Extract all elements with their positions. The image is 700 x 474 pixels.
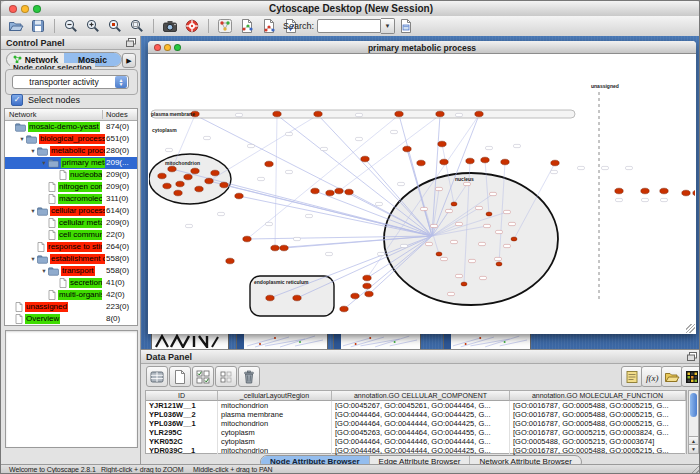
tree-row-establishment-of-lo[interactable]: ▼establishment of lo558(0)	[5, 253, 137, 265]
table-button[interactable]	[146, 366, 168, 387]
scroll-down-icon[interactable]: ▼	[689, 444, 698, 453]
tree-row-biological-process[interactable]: ▼biological_process651(0)	[5, 133, 137, 145]
tree-row-cellular-process[interactable]: ▼cellular process614(0)	[5, 205, 137, 217]
region-label: plasma membrane	[151, 111, 195, 117]
import-table-icon[interactable]	[260, 17, 278, 35]
toolbar-icon-group	[5, 16, 302, 36]
minimized-window-3[interactable]	[333, 333, 421, 349]
table-column-header[interactable]: annotation.GO MOLECULAR_FUNCTION	[510, 391, 686, 401]
network-window-title-bar[interactable]: primary metabolic process	[148, 41, 696, 54]
table-row[interactable]: YJR121W__1mitochondrion[GO:0045267, GO:0…	[146, 401, 686, 410]
heatmap-button[interactable]	[681, 366, 700, 387]
float-panel-icon[interactable]	[126, 38, 136, 47]
tab-overflow-button[interactable]: ▶	[122, 53, 136, 68]
table-column-header[interactable]: annotation.GO CELLULAR_COMPONENT	[332, 391, 510, 401]
status-bar: Welcome to Cytoscape 2.8.1 Right-click +…	[1, 464, 700, 474]
table-scrollbar[interactable]: ▲ ▼	[688, 390, 699, 454]
network-tree-header: Network Nodes	[5, 109, 137, 121]
table-cell: YDR039C__1	[146, 446, 218, 455]
region-label: cytoplasm	[152, 127, 177, 133]
table-cell: mitochondrion	[218, 419, 332, 428]
tree-expander-icon[interactable]: ▼	[29, 256, 37, 262]
function-button[interactable]: f(x)	[641, 366, 663, 387]
tree-row-node-count: 8(0)	[106, 314, 120, 323]
tree-row-label: nucleobase-	[69, 170, 102, 180]
tree-row-label: primary metabo	[61, 158, 105, 168]
node-color-dropdown[interactable]: transporter activity ▲▼	[12, 75, 129, 89]
tree-row-nucleobase-[interactable]: nucleobase-209(0)	[5, 169, 137, 181]
unselect-attributes-button[interactable]	[215, 366, 237, 387]
tree-row-transport[interactable]: ▼transport558(0)	[5, 265, 137, 277]
tree-row-label: mosaic-demo-yeast	[28, 122, 100, 132]
open-icon[interactable]	[7, 17, 25, 35]
zoom-selected-icon[interactable]	[106, 17, 124, 35]
tree-expander-icon[interactable]: ▼	[40, 268, 48, 274]
tree-row-node-count: 223(0)	[106, 302, 129, 311]
select-nodes-checkbox[interactable]: ✓	[11, 94, 23, 106]
tree-row-primary-metabo[interactable]: ▼primary metabo209(...	[5, 157, 137, 169]
tree-column-nodes: Nodes	[106, 110, 128, 119]
search-input[interactable]	[317, 19, 381, 33]
tree-expander-icon[interactable]: ▼	[29, 148, 37, 154]
app-resize-grip[interactable]	[691, 465, 700, 474]
tree-row-secretion[interactable]: secretion41(0)	[5, 277, 137, 289]
tree-row-label: cell communicat	[58, 230, 102, 240]
import-network-icon[interactable]	[238, 17, 256, 35]
tree-row-macromolecule[interactable]: macromolecule311(0)	[5, 193, 137, 205]
status-zoom-hint: Right-click + drag to ZOOM	[101, 466, 183, 473]
table-cell: [GO:0016787, GO:0005488, GO:0005215, G..…	[510, 401, 686, 410]
snapshot-icon[interactable]	[161, 17, 179, 35]
minimized-window-1[interactable]	[151, 333, 229, 349]
tree-row-multi-organism-pro[interactable]: multi-organism pro42(0)	[5, 289, 137, 301]
float-panel-icon[interactable]	[687, 352, 697, 361]
tree-row-overview[interactable]: Overview8(0)	[5, 313, 137, 325]
zoom-out-icon[interactable]	[62, 17, 80, 35]
minimized-window-4[interactable]	[443, 333, 531, 349]
table-cell: YJR121W__1	[146, 401, 218, 410]
table-row[interactable]: YLR295Ccytoplasm[GO:0045263, GO:0044464,…	[146, 428, 686, 437]
tree-row-metabolic-process[interactable]: ▼metabolic process280(0)	[5, 145, 137, 157]
tree-row-cell-communicat[interactable]: cell communicat22(0)	[5, 229, 137, 241]
tree-expander-icon[interactable]: ▼	[40, 160, 48, 166]
folder-icon	[15, 123, 26, 132]
table-row[interactable]: YPL036W__2plasma membrane[GO:0044464, GO…	[146, 410, 686, 419]
import-attributes-button[interactable]	[661, 366, 683, 387]
zoom-in-icon[interactable]	[84, 17, 102, 35]
tree-row-response-to-stimulu[interactable]: response to stimulu264(0)	[5, 241, 137, 253]
network-canvas[interactable]: plasma membranecytoplasmmitochondrionnuc…	[149, 54, 695, 333]
tree-row-mosaic-demo-yeast[interactable]: mosaic-demo-yeast874(0)	[5, 121, 137, 133]
table-row[interactable]: YKR052Ccytoplasm[GO:0044464, GO:0044446,…	[146, 437, 686, 446]
window-resize-grip[interactable]	[686, 324, 695, 333]
tree-row-unassigned[interactable]: unassigned223(0)	[5, 301, 137, 313]
toolbar-separator	[54, 19, 55, 33]
help-icon[interactable]	[183, 17, 201, 35]
tree-expander-icon[interactable]: ▼	[18, 136, 26, 142]
table-row[interactable]: YDR039C__1mitochondrion[GO:0044464, GO:0…	[146, 446, 686, 455]
network-view-icon[interactable]	[216, 17, 234, 35]
node-color-dropdown-value: transporter activity	[13, 77, 115, 87]
select-attributes-button[interactable]	[192, 366, 214, 387]
delete-attribute-button[interactable]	[238, 366, 260, 387]
table-cell: [GO:0045267, GO:0045261, GO:0044464, G..…	[332, 401, 510, 410]
minimized-window-2[interactable]	[236, 333, 328, 349]
zoom-fit-icon[interactable]	[128, 17, 146, 35]
search-dropdown-arrow-icon[interactable]: ▼	[381, 18, 395, 34]
birds-eye-view[interactable]	[5, 330, 138, 448]
scrollbar-thumb[interactable]	[690, 393, 697, 417]
search-config-button[interactable]	[397, 17, 415, 35]
new-attribute-button[interactable]	[169, 366, 191, 387]
tree-expander-icon[interactable]: ▼	[29, 208, 37, 214]
save-icon[interactable]	[29, 17, 47, 35]
region-label: nucleus	[455, 176, 474, 182]
network-tree: Network Nodes mosaic-demo-yeast874(0)▼bi…	[4, 108, 138, 326]
tree-row-nitrogen-compo[interactable]: nitrogen compo209(0)	[5, 181, 137, 193]
table-row[interactable]: YPL036W__1mitochondrion[GO:0044464, GO:0…	[146, 419, 686, 428]
folder-icon	[37, 147, 48, 156]
notes-button[interactable]	[621, 366, 643, 387]
table-column-header[interactable]: ID	[146, 391, 218, 401]
table-column-header[interactable]: _cellularLayoutRegion	[218, 391, 332, 401]
tree-row-cellular-metabo[interactable]: cellular metabo209(0)	[5, 217, 137, 229]
tree-row-node-count: 22(0)	[106, 230, 125, 239]
tree-row-label: unassigned	[25, 302, 68, 312]
attribute-table[interactable]: ID_cellularLayoutRegionannotation.GO CEL…	[145, 390, 687, 454]
